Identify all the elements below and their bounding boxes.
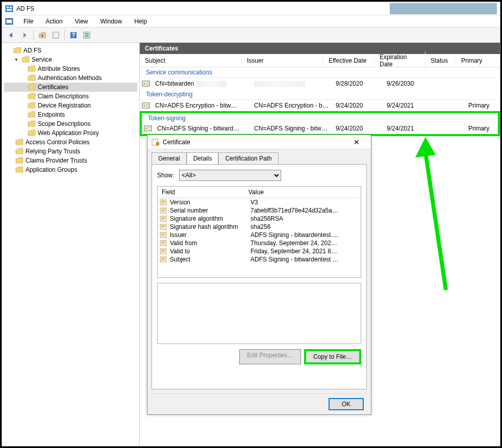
cell-subject: CN=ADFS Signing - bitward… (154, 124, 251, 133)
menu-window[interactable]: Window (95, 17, 128, 26)
field-row[interactable]: Valid fromThursday, September 24, 202… (158, 239, 361, 247)
svg-line-60 (425, 152, 446, 290)
nav-back-button[interactable] (5, 29, 17, 41)
field-row[interactable]: Valid toFriday, September 24, 2021 8… (158, 247, 361, 255)
tree-appgroups-label: Application Groups (26, 166, 77, 173)
tree-item-certificates[interactable]: Certificates (4, 83, 137, 92)
tree-item-scope-descriptions[interactable]: Scope Descriptions (4, 119, 137, 128)
tab-general[interactable]: General (152, 152, 187, 165)
folder-icon (15, 156, 23, 165)
cell-issuer: CN=ADFS Encryption - bit… (251, 101, 333, 110)
field-row[interactable]: IssuerADFS Signing - bitwardentest.… (158, 231, 361, 239)
value-column-header[interactable]: Value (244, 187, 361, 198)
window-title: AD FS (16, 5, 34, 12)
dialog-ok-row: OK (147, 393, 371, 414)
tree-app-groups[interactable]: Application Groups (4, 165, 137, 174)
tree-access-label: Access Control Policies (26, 139, 89, 146)
group-token-decrypting[interactable]: Token-decrypting (140, 89, 500, 100)
close-button[interactable]: ✕ (346, 136, 367, 148)
cell-primary: Primary (465, 101, 496, 110)
field-column-header[interactable]: Field (158, 187, 244, 198)
field-row[interactable]: Serial number7abebff3b71ed78e424d32a5a… (158, 206, 361, 215)
tree-item-label: Claim Descriptions (38, 93, 89, 100)
folder-icon (28, 111, 36, 119)
show-select[interactable]: <All> (179, 170, 281, 181)
tab-certification-path[interactable]: Certification Path (218, 152, 278, 165)
col-issuer[interactable]: Issuer (242, 55, 323, 66)
tree-relying-label: Relying Party Trusts (26, 148, 80, 155)
tab-details-body: Show: <All> Field Value VersionV3Serial … (152, 164, 367, 389)
refresh-button[interactable] (81, 29, 93, 41)
help-button[interactable]: ? (67, 29, 80, 41)
svg-rect-34 (161, 210, 165, 210)
field-row[interactable]: Signature algorithmsha256RSA (158, 215, 361, 223)
tree-item-web-application-proxy[interactable]: Web Application Proxy (4, 128, 137, 138)
tree-item-authentication-methods[interactable]: Authentication Methods (4, 73, 137, 83)
col-subject[interactable]: Subject (140, 55, 242, 66)
cell-primary: Primary (465, 124, 496, 133)
menu-help[interactable]: Help (129, 17, 152, 26)
tree-relying-party[interactable]: Relying Party Trusts (4, 147, 137, 156)
tree-item-label: Certificates (38, 84, 68, 91)
cert-row-service-comm[interactable]: CN=bitwarden 9/28/2020 9/26/2030 (140, 78, 500, 89)
tree-service[interactable]: Service (4, 55, 137, 64)
field-name: Version (169, 199, 250, 206)
svg-rect-2 (10, 7, 12, 8)
tree-item-claim-descriptions[interactable]: Claim Descriptions (4, 92, 137, 101)
ok-button[interactable]: OK (329, 398, 364, 410)
svg-text:?: ? (71, 32, 75, 39)
tree-item-endpoints[interactable]: Endpoints (4, 110, 137, 119)
svg-rect-17 (146, 84, 148, 85)
certificate-icon (144, 124, 152, 133)
menu-action[interactable]: Action (40, 17, 67, 26)
tab-details[interactable]: Details (187, 152, 219, 165)
certificate-icon (142, 101, 150, 110)
folder-icon (13, 46, 21, 55)
field-row[interactable]: Signature hash algorithmsha256 (158, 223, 361, 231)
tree-item-device-registration[interactable]: Device Registration (4, 101, 137, 110)
certificate-icon (142, 80, 150, 88)
svg-rect-38 (161, 218, 165, 219)
field-icon (160, 231, 167, 239)
field-icon (160, 248, 167, 255)
tree-item-attribute-stores[interactable]: Attribute Stores (4, 64, 137, 73)
svg-rect-42 (161, 226, 165, 227)
adfs-window: AD FS File Action View Window Help ? AD … (2, 2, 500, 446)
tree-root-label: AD FS (23, 47, 41, 54)
svg-rect-50 (161, 243, 165, 243)
col-effective-date[interactable]: Effective Date (323, 55, 374, 66)
folder-up-button[interactable] (36, 29, 48, 41)
group-token-signing[interactable]: Token-signing (140, 111, 500, 123)
col-status[interactable]: Status (425, 55, 456, 66)
tree-claims-provider[interactable]: Claims Provider Trusts (4, 156, 137, 165)
nav-tree[interactable]: AD FS Service Attribute StoresAuthentica… (2, 43, 140, 446)
tree-access-control[interactable]: Access Control Policies (4, 138, 137, 147)
menu-file[interactable]: File (18, 17, 38, 26)
show-hide-tree-button[interactable] (49, 29, 62, 41)
field-icon (160, 223, 167, 230)
tree-item-label: Authentication Methods (38, 74, 102, 82)
menu-view[interactable]: View (70, 17, 93, 26)
nav-forward-button[interactable] (18, 29, 31, 41)
tree-root-adfs[interactable]: AD FS (4, 46, 137, 55)
field-row[interactable]: SubjectADFS Signing - bitwardentest … (158, 255, 361, 263)
tree-item-label: Scope Descriptions (38, 120, 90, 127)
svg-rect-51 (161, 244, 164, 244)
list-header: Subject Issuer Effective Date Expiration… (140, 54, 500, 67)
caret-icon[interactable] (5, 47, 11, 54)
group-service-communications[interactable]: Service communications (140, 67, 500, 78)
field-row[interactable]: VersionV3 (158, 198, 361, 206)
svg-point-19 (143, 104, 145, 107)
fields-body[interactable]: VersionV3Serial number7abebff3b71ed78e42… (158, 198, 361, 277)
cert-row-token-decrypt[interactable]: CN=ADFS Encryption - bitw… CN=ADFS Encry… (140, 100, 500, 111)
field-value: ADFS Signing - bitwardentest … (250, 256, 361, 263)
folder-icon (15, 147, 23, 155)
col-primary[interactable]: Primary (456, 55, 487, 66)
tree-claims-label: Claims Provider Trusts (26, 157, 87, 164)
caret-down-icon[interactable] (13, 57, 19, 63)
svg-rect-3 (7, 9, 12, 11)
svg-rect-55 (161, 252, 164, 252)
cell-status (435, 104, 465, 107)
field-detail-box[interactable] (157, 283, 361, 344)
copy-to-file-button[interactable]: Copy to File… (304, 349, 361, 364)
